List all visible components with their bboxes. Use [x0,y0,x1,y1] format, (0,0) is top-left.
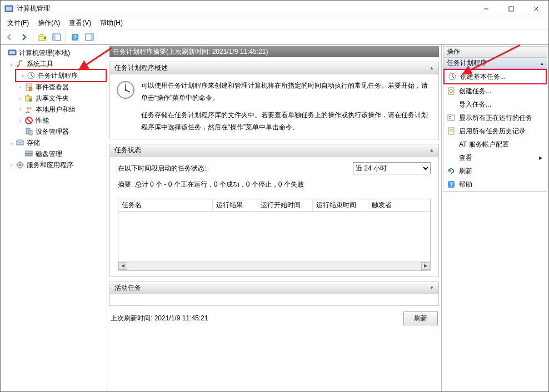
close-button[interactable] [523,1,548,17]
horizontal-scrollbar[interactable]: ◀▶ [118,262,430,270]
status-group: 任务状态 在以下时间段启动的任务状态: 近 24 小时 摘要: 总计 0 个 -… [109,144,439,277]
tree-shared-folders[interactable]: 共享文件夹 [36,94,69,103]
action-at-account[interactable]: AT 服务帐户配置 [443,138,547,151]
tree-disk-mgmt[interactable]: 磁盘管理 [36,149,62,159]
action-refresh[interactable]: 刷新 [443,164,547,178]
footer-row: 上次刷新时间: 2021/1/9 11:45:21 刷新 [109,309,439,328]
menu-view[interactable]: 查看(V) [64,17,96,29]
active-tasks-group: 活动任务 [109,282,439,306]
actions-pane: 操作 任务计划程序 创建基本任务... 创建任务... 导入任务... 显示所有… [442,45,548,391]
svg-point-34 [19,164,21,166]
task-icon [447,87,456,96]
svg-point-20 [29,87,32,91]
disk-mgmt-icon [24,149,33,158]
help-button[interactable]: ? [68,31,82,44]
action-view[interactable]: 查看 [443,151,547,164]
col-start[interactable]: 运行开始时间 [257,199,313,211]
overview-p2: 任务存储在任务计划程序库的文件夹中。若要查看单独任务上的操作或执行该操作，请在任… [141,109,431,133]
action-show-running[interactable]: 显示所有正在运行的任务 [443,111,547,124]
up-button[interactable] [36,31,49,44]
col-result[interactable]: 运行结果 [213,199,257,211]
event-viewer-icon [24,83,33,92]
tree-event-viewer[interactable]: 事件查看器 [36,83,69,92]
history-icon [447,127,456,135]
svg-rect-8 [53,34,56,41]
app-icon [4,4,13,13]
svg-point-23 [27,107,29,110]
show-hide-tree-button[interactable] [50,31,63,44]
svg-text:?: ? [73,34,77,41]
overview-header[interactable]: 任务计划程序概述 [110,62,438,74]
tree-device-mgr[interactable]: 设备管理器 [36,127,69,137]
svg-rect-32 [26,151,32,153]
svg-point-15 [17,66,19,67]
action-import-task[interactable]: 导入任务... [443,98,547,111]
menu-bar: 文件(F) 操作(A) 查看(V) 帮助(H) [1,17,548,29]
clock-icon [116,80,136,100]
menu-help[interactable]: 帮助(H) [96,17,127,29]
svg-rect-28 [29,130,32,135]
action-create-basic-task[interactable]: 创建基本任务... [445,70,546,83]
device-mgr-icon [24,127,33,136]
svg-line-26 [27,118,31,123]
overview-group: 任务计划程序概述 可以使用任务计划程序来创建和管理计算机将在所指定的时间自动执行… [109,62,439,139]
col-trigger[interactable]: 触发者 [368,199,430,211]
help-icon: ? [447,180,456,189]
minimize-button[interactable] [473,1,498,17]
tree-root[interactable]: 计算机管理(本地) [19,48,70,58]
action-enable-history[interactable]: 启用所有任务历史记录 [443,124,547,138]
status-label: 在以下时间段启动的任务状态: [118,163,206,175]
col-end[interactable]: 运行结束时间 [313,199,368,211]
menu-action[interactable]: 操作(A) [33,17,64,29]
menu-file[interactable]: 文件(F) [3,17,33,29]
task-listview[interactable]: 任务名 运行结果 运行开始时间 运行结束时间 触发者 ◀▶ [118,199,431,271]
svg-rect-47 [449,116,451,117]
svg-rect-46 [448,115,455,120]
tree-storage[interactable]: 存储 [27,138,40,148]
forward-button[interactable] [17,31,31,44]
maximize-button[interactable] [498,1,523,17]
details-pane: 任务计划程序摘要(上次刷新时间: 2021/1/9 11:45:21) 任务计划… [107,45,442,391]
summary-header: 任务计划程序摘要(上次刷新时间: 2021/1/9 11:45:21) [109,46,439,57]
active-tasks-header[interactable]: 活动任务 [110,282,438,294]
performance-icon [24,116,33,125]
svg-rect-48 [449,118,451,119]
refresh-icon [447,167,456,175]
tree-services-apps[interactable]: 服务和应用程序 [27,160,73,170]
refresh-button[interactable]: 刷新 [403,311,438,325]
computer-icon [8,48,17,57]
clock-icon [448,72,457,81]
toolbar: ? [1,29,548,45]
tools-icon [16,59,24,68]
svg-point-24 [29,107,32,109]
status-summary: 摘要: 总计 0 个 - 0 个正在运行，0 个成功，0 个停止，0 个失败 [118,179,431,191]
users-groups-icon [24,105,33,114]
storage-icon [16,138,24,147]
status-header[interactable]: 任务状态 [110,144,438,157]
last-refresh-label: 上次刷新时间: 2021/1/9 11:45:21 [111,314,208,323]
action-help[interactable]: ? 帮助 [443,178,547,191]
actions-pane-button[interactable] [83,31,96,44]
svg-point-22 [29,98,32,102]
back-button[interactable] [3,31,16,44]
tree-local-users[interactable]: 本地用户和组 [36,105,76,114]
actions-pane-title: 操作 [443,46,547,57]
svg-rect-31 [26,153,32,156]
overview-p1: 可以使用任务计划程序来创建和管理计算机将在所指定的时间自动执行的常见任务。若要开… [141,80,431,104]
running-tasks-icon [447,113,456,122]
services-icon [16,160,24,169]
status-period-select[interactable]: 近 24 小时 [353,162,431,174]
window-title: 计算机管理 [17,4,50,13]
svg-rect-1 [6,7,12,11]
tree-performance[interactable]: 性能 [36,116,49,125]
tree-sys-tools[interactable]: 系统工具 [27,59,53,69]
col-task-name[interactable]: 任务名 [118,199,213,211]
svg-rect-12 [91,34,93,41]
tree-task-scheduler[interactable]: 任务计划程序 [38,71,78,81]
shared-folders-icon [24,94,33,103]
actions-section-header[interactable]: 任务计划程序 [443,58,547,69]
svg-rect-14 [9,51,15,54]
action-create-task[interactable]: 创建任务... [443,84,547,98]
console-tree[interactable]: ▸计算机管理(本地) ⌄系统工具 ›任务计划程序 ›事件查看器 ›共享文件夹 ›… [1,45,107,391]
clock-icon [27,71,36,80]
